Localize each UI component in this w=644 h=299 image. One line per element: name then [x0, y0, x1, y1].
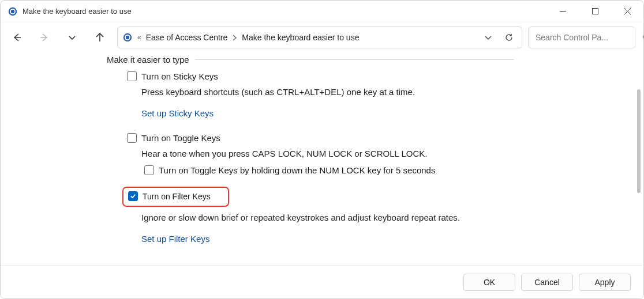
nav-row: « Ease of Access Centre Make the keyboar… — [1, 22, 643, 52]
up-button[interactable] — [94, 32, 106, 43]
window-title: Make the keyboard easier to use — [23, 7, 132, 16]
scrollbar[interactable] — [636, 89, 642, 262]
refresh-button[interactable] — [501, 29, 517, 46]
cancel-button-label: Cancel — [534, 278, 560, 287]
recent-locations-button[interactable] — [66, 32, 78, 43]
sticky-keys-label: Turn on Sticky Keys — [141, 71, 218, 81]
svg-point-12 — [126, 36, 129, 39]
nav-arrows — [11, 32, 106, 43]
sticky-keys-option[interactable]: Turn on Sticky Keys — [127, 71, 514, 81]
cancel-button[interactable]: Cancel — [521, 274, 573, 291]
dialog-button-row: OK Cancel Apply — [1, 265, 643, 298]
toggle-keys-option[interactable]: Turn on Toggle Keys — [127, 133, 514, 143]
setup-filter-keys-link[interactable]: Set up Filter Keys — [141, 234, 209, 244]
ok-button[interactable]: OK — [463, 274, 515, 291]
filter-keys-description: Ignore or slow down brief or repeated ke… — [141, 213, 514, 222]
chevron-right-icon[interactable] — [232, 35, 237, 41]
search-input[interactable] — [534, 32, 638, 43]
sticky-keys-description: Press keyboard shortcuts (such as CTRL+A… — [141, 87, 514, 97]
apply-button-label: Apply — [594, 278, 615, 287]
filter-keys-option[interactable]: Turn on Filter Keys — [122, 187, 229, 207]
control-panel-icon — [122, 32, 133, 43]
minimize-button[interactable] — [546, 1, 579, 22]
filter-keys-checkbox[interactable] — [128, 191, 138, 201]
address-bar[interactable]: « Ease of Access Centre Make the keyboar… — [117, 27, 522, 48]
breadcrumb-item-1[interactable]: Ease of Access Centre — [146, 33, 228, 42]
toggle-keys-numlock-checkbox[interactable] — [144, 165, 154, 175]
svg-point-2 — [11, 9, 14, 13]
toggle-keys-checkbox[interactable] — [127, 133, 137, 143]
toggle-keys-label: Turn on Toggle Keys — [141, 133, 220, 143]
titlebar: Make the keyboard easier to use — [1, 1, 643, 22]
toggle-keys-numlock-option[interactable]: Turn on Toggle Keys by holding down the … — [144, 165, 514, 175]
toggle-keys-numlock-label: Turn on Toggle Keys by holding down the … — [159, 165, 435, 175]
sticky-keys-checkbox[interactable] — [127, 71, 137, 81]
window-controls — [546, 1, 643, 22]
toggle-keys-description: Hear a tone when you press CAPS LOCK, NU… — [141, 149, 514, 158]
section-heading: Make it easier to type — [107, 55, 189, 65]
breadcrumb-item-2[interactable]: Make the keyboard easier to use — [242, 33, 359, 42]
content-area: Make it easier to type Turn on Sticky Ke… — [1, 52, 643, 266]
breadcrumb-overflow-icon[interactable]: « — [137, 33, 141, 41]
ok-button-label: OK — [484, 278, 495, 287]
divider — [195, 59, 514, 60]
apply-button[interactable]: Apply — [579, 274, 631, 291]
search-box[interactable] — [528, 27, 635, 48]
forward-button[interactable] — [39, 32, 50, 43]
filter-keys-label: Turn on Filter Keys — [143, 192, 211, 201]
svg-rect-4 — [592, 9, 598, 14]
maximize-button[interactable] — [579, 1, 611, 22]
address-dropdown-button[interactable] — [480, 29, 496, 46]
close-button[interactable] — [611, 1, 643, 22]
section-heading-row: Make it easier to type — [107, 55, 514, 65]
app-icon — [8, 6, 18, 17]
scrollbar-thumb[interactable] — [637, 89, 641, 193]
setup-sticky-keys-link[interactable]: Set up Sticky Keys — [141, 108, 214, 118]
back-button[interactable] — [11, 32, 23, 43]
